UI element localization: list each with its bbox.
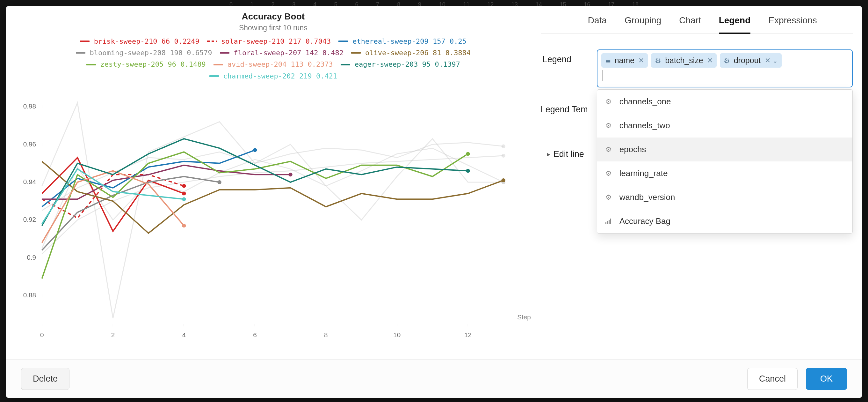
gear-icon	[606, 145, 614, 154]
barchart-icon	[606, 219, 614, 224]
svg-text:0.92: 0.92	[23, 216, 36, 223]
svg-point-31	[182, 192, 186, 195]
svg-point-35	[288, 173, 292, 176]
svg-point-34	[217, 180, 221, 184]
svg-point-32	[182, 184, 186, 188]
dropdown-option-channels_one[interactable]: channels_one	[597, 90, 852, 114]
svg-point-38	[182, 224, 186, 228]
svg-point-27	[501, 144, 505, 148]
svg-point-30	[501, 154, 505, 157]
dropdown-option-accuracy-bag[interactable]: Accuracy Bag	[597, 209, 852, 233]
svg-text:Step: Step	[517, 314, 531, 321]
chart-edit-modal: Accuracy Boot Showing first 10 runs bris…	[6, 6, 862, 398]
chart-plot-area[interactable]: 0.880.90.920.940.960.98024681012Step	[9, 85, 537, 346]
remove-token-icon[interactable]: ✕	[765, 57, 771, 64]
dropdown-option-wandb_version[interactable]: wandb_version	[597, 185, 852, 209]
legend-entry[interactable]: olive-sweep-206 81 0.3884	[351, 48, 471, 58]
legend-swatch	[207, 40, 217, 42]
gear-icon	[655, 56, 661, 65]
legend-token-batch_size[interactable]: batch_size✕	[651, 53, 717, 68]
legend-token-input[interactable]: name✕batch_size✕dropout✕⌄	[597, 50, 853, 87]
legend-swatch	[86, 64, 96, 65]
tab-expressions[interactable]: Expressions	[768, 15, 817, 34]
chart-preview-pane: Accuracy Boot Showing first 10 runs bris…	[6, 6, 541, 359]
legend-entry[interactable]: eager-sweep-203 95 0.1397	[341, 59, 460, 69]
svg-text:10: 10	[393, 332, 401, 339]
settings-tabs: DataGroupingChartLegendExpressions	[541, 6, 853, 33]
legend-entry[interactable]: ethereal-sweep-209 157 0.25	[338, 36, 466, 47]
caret-right-icon: ▸	[547, 150, 550, 158]
tab-grouping[interactable]: Grouping	[625, 15, 661, 34]
chart-title: Accuracy Boot	[9, 11, 537, 22]
edit-line-label: Edit line	[554, 149, 584, 159]
svg-text:6: 6	[253, 332, 257, 339]
legend-swatch	[76, 52, 85, 54]
dropdown-option-epochs[interactable]: epochs	[597, 138, 852, 162]
svg-text:0.98: 0.98	[23, 103, 36, 110]
svg-point-39	[466, 169, 470, 173]
svg-point-37	[466, 152, 470, 156]
text-caret	[602, 70, 603, 81]
legend-token-dropout[interactable]: dropout✕⌄	[720, 53, 782, 68]
svg-point-36	[501, 178, 505, 182]
settings-pane: DataGroupingChartLegendExpressions Legen…	[541, 6, 862, 359]
svg-text:0.94: 0.94	[23, 178, 36, 185]
legend-entry[interactable]: brisk-sweep-210 66 0.2249	[80, 36, 199, 47]
svg-text:0.88: 0.88	[23, 292, 36, 298]
remove-token-icon[interactable]: ✕	[638, 57, 644, 64]
svg-text:8: 8	[324, 332, 328, 339]
legend-template-label: Legend Tem	[541, 102, 595, 115]
legend-field-label: Legend	[542, 50, 597, 64]
list-icon	[605, 56, 611, 65]
gear-icon	[606, 193, 614, 202]
gear-icon	[606, 97, 614, 106]
svg-text:0.9: 0.9	[27, 254, 36, 261]
svg-point-33	[253, 148, 257, 152]
dropdown-option-channels_two[interactable]: channels_two	[597, 114, 852, 138]
legend-entry[interactable]: solar-sweep-210 217 0.7043	[207, 36, 331, 47]
gear-icon	[606, 121, 614, 130]
delete-button[interactable]: Delete	[21, 368, 69, 390]
ok-button[interactable]: OK	[806, 368, 847, 390]
svg-text:12: 12	[464, 332, 472, 339]
legend-swatch	[351, 52, 361, 54]
chart-legend: brisk-sweep-210 66 0.2249solar-sweep-210…	[9, 35, 537, 81]
modal-footer: Delete Cancel OK	[6, 359, 862, 398]
legend-swatch	[338, 40, 348, 42]
legend-entry[interactable]: charmed-sweep-202 219 0.421	[209, 71, 337, 81]
gear-icon	[724, 56, 730, 65]
svg-text:0: 0	[40, 332, 44, 339]
chart-subtitle: Showing first 10 runs	[9, 24, 537, 32]
legend-swatch	[220, 52, 229, 54]
tab-chart[interactable]: Chart	[679, 15, 701, 34]
svg-point-40	[182, 197, 186, 201]
svg-text:0.96: 0.96	[23, 141, 36, 148]
tab-data[interactable]: Data	[588, 15, 607, 34]
svg-text:2: 2	[111, 332, 115, 339]
legend-token-name[interactable]: name✕	[601, 53, 648, 68]
chevron-down-icon[interactable]: ⌄	[772, 57, 778, 64]
legend-entry[interactable]: zesty-sweep-205 96 0.1489	[86, 59, 206, 69]
legend-autocomplete-dropdown[interactable]: channels_onechannels_twoepochslearning_r…	[597, 89, 853, 233]
legend-entry[interactable]: blooming-sweep-208 190 0.6579	[76, 48, 212, 58]
tab-legend[interactable]: Legend	[719, 15, 751, 34]
legend-swatch	[209, 75, 219, 77]
svg-text:4: 4	[182, 332, 186, 339]
legend-entry[interactable]: avid-sweep-204 113 0.2373	[214, 59, 333, 69]
legend-entry[interactable]: floral-sweep-207 142 0.482	[220, 48, 343, 58]
remove-token-icon[interactable]: ✕	[707, 57, 713, 64]
gear-icon	[606, 169, 614, 178]
dropdown-option-learning_rate[interactable]: learning_rate	[597, 162, 852, 185]
legend-swatch	[341, 64, 350, 65]
legend-swatch	[80, 40, 90, 42]
cancel-button[interactable]: Cancel	[747, 368, 798, 390]
legend-swatch	[214, 64, 223, 65]
